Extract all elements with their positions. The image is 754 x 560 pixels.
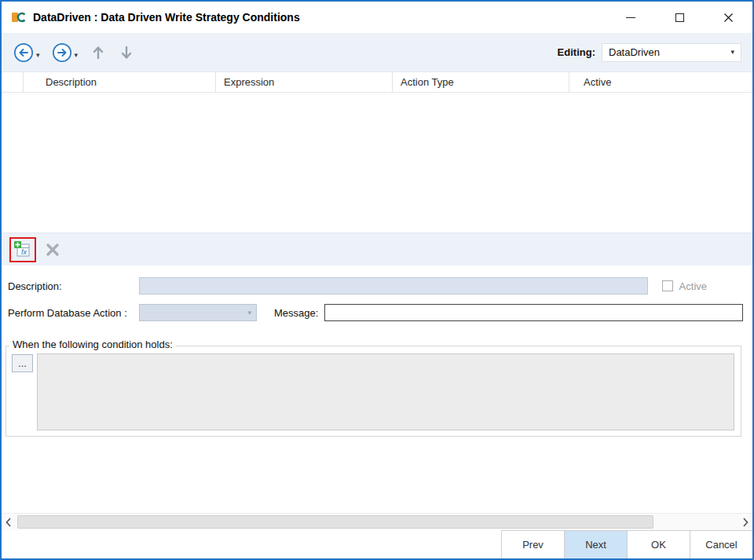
ok-button[interactable]: OK xyxy=(627,531,690,558)
annotation-highlight-box: fx xyxy=(9,237,36,262)
scroll-thumb[interactable] xyxy=(17,515,653,529)
delete-condition-button[interactable] xyxy=(42,240,63,260)
editing-dropdown[interactable]: DataDriven ▾ xyxy=(602,43,741,62)
footer-buttons: Prev Next OK Cancel xyxy=(501,530,752,558)
forward-button[interactable] xyxy=(51,42,73,64)
grid-body[interactable] xyxy=(2,93,752,232)
svg-text:fx: fx xyxy=(21,248,27,256)
close-button[interactable] xyxy=(704,2,752,33)
caption-buttons xyxy=(606,2,752,33)
grid-column-action-type[interactable]: Action Type xyxy=(393,72,569,92)
delete-x-icon xyxy=(46,243,60,257)
title-bar: DataDriven : Data Driven Write Strategy … xyxy=(2,2,752,33)
grid-column-expression[interactable]: Expression xyxy=(216,72,393,92)
circle-arrow-right-icon xyxy=(52,42,72,63)
condition-toolbar: fx xyxy=(2,232,752,265)
footer-bar: Prev Next OK Cancel xyxy=(2,530,752,558)
action-message-row: Perform Database Action : ▾ Message: xyxy=(8,303,743,322)
scroll-track[interactable] xyxy=(16,514,738,530)
horizontal-scrollbar[interactable] xyxy=(2,513,752,530)
description-row: Description: Active xyxy=(8,276,707,295)
close-icon xyxy=(723,13,734,23)
condition-group-label: When the following condition holds: xyxy=(9,339,176,350)
forward-dropdown-caret[interactable]: ▾ xyxy=(75,52,79,59)
editing-group: Editing: DataDriven ▾ xyxy=(558,43,741,62)
arrow-up-icon xyxy=(92,45,104,60)
message-input[interactable] xyxy=(324,304,743,321)
grid-header: Description Expression Action Type Activ… xyxy=(2,72,752,93)
description-label: Description: xyxy=(8,280,139,292)
chevron-right-icon xyxy=(742,518,749,527)
chevron-down-icon: ▾ xyxy=(247,309,251,317)
app-icon xyxy=(11,11,27,24)
chevron-left-icon xyxy=(5,518,12,527)
grid-column-selector[interactable] xyxy=(2,72,24,92)
minimize-icon xyxy=(626,17,635,18)
active-label: Active xyxy=(679,280,707,292)
chevron-down-icon: ▾ xyxy=(730,49,734,56)
back-button[interactable] xyxy=(13,42,35,64)
editing-value: DataDriven xyxy=(609,46,730,58)
move-up-button[interactable] xyxy=(89,42,108,63)
condition-groupbox: When the following condition holds: ... xyxy=(5,346,741,437)
add-condition-icon: fx xyxy=(14,241,31,258)
maximize-icon xyxy=(675,13,684,22)
arrow-down-icon xyxy=(120,45,133,60)
grid-column-active[interactable]: Active xyxy=(569,72,752,92)
description-input[interactable] xyxy=(139,277,648,295)
database-action-dropdown[interactable]: ▾ xyxy=(139,304,257,321)
next-button[interactable]: Next xyxy=(564,531,627,558)
cancel-button[interactable]: Cancel xyxy=(690,531,752,558)
perform-database-action-label: Perform Database Action : xyxy=(8,307,139,319)
scroll-left-button[interactable] xyxy=(2,514,16,530)
window-title: DataDriven : Data Driven Write Strategy … xyxy=(33,11,300,24)
minimize-button[interactable] xyxy=(606,2,655,33)
move-down-button[interactable] xyxy=(117,42,136,63)
condition-builder-button[interactable]: ... xyxy=(12,354,33,372)
condition-expression-area[interactable] xyxy=(37,353,734,430)
scroll-right-button[interactable] xyxy=(738,514,752,530)
maximize-button[interactable] xyxy=(655,2,704,33)
grid-column-description[interactable]: Description xyxy=(24,72,216,92)
active-checkbox[interactable] xyxy=(662,280,673,291)
navigation-toolbar: ▾ ▾ Editing: DataDriven ▾ xyxy=(2,33,752,72)
message-label: Message: xyxy=(274,307,318,319)
circle-arrow-left-icon xyxy=(13,42,34,63)
prev-button[interactable]: Prev xyxy=(501,531,564,558)
add-condition-button[interactable]: fx xyxy=(13,240,32,259)
condition-detail-form: Description: Active Perform Database Act… xyxy=(2,265,752,513)
editing-label: Editing: xyxy=(558,46,595,58)
dialog-window: DataDriven : Data Driven Write Strategy … xyxy=(0,0,754,560)
back-dropdown-caret[interactable]: ▾ xyxy=(36,52,40,59)
